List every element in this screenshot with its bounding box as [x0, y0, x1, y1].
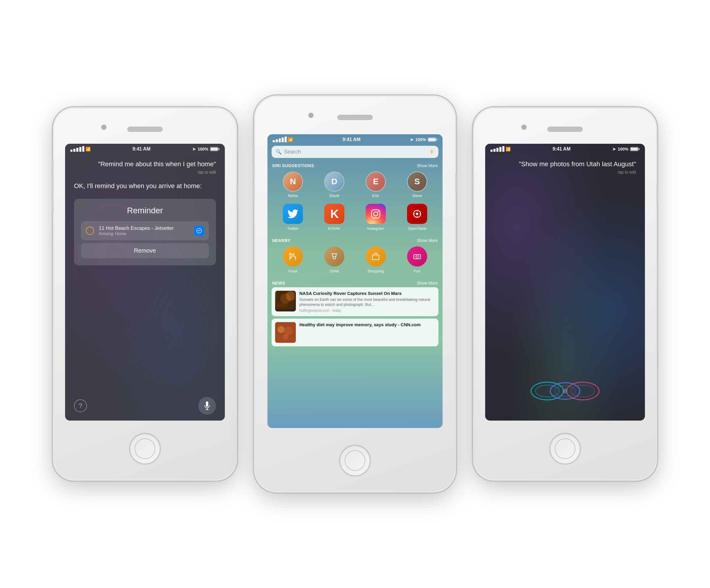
siri-wave-svg: [521, 379, 609, 403]
svg-point-8: [416, 213, 418, 215]
contact-nisha[interactable]: N Nisha: [283, 172, 303, 198]
iphone-left-inner: 📶 9:41 AM ➤ 100%: [54, 108, 236, 480]
sig2: [73, 149, 75, 152]
app-kayak[interactable]: K KAYAK: [324, 204, 344, 231]
silent-switch-left: [52, 158, 53, 170]
iphone-left: 📶 9:41 AM ➤ 100%: [53, 108, 237, 480]
battery-tip-center: [436, 139, 437, 141]
signal-dots-center: [273, 137, 287, 142]
location-icon-center: ➤: [410, 137, 413, 142]
news-title-2: Healthy diet may improve memory, says st…: [300, 322, 435, 327]
svg-rect-14: [373, 255, 379, 260]
siri-mic-icon[interactable]: [198, 397, 216, 415]
news-body-1: Sunsets on Earth can be some of the most…: [300, 297, 435, 307]
nearby-label-food: Food: [288, 269, 297, 273]
battery-body-right: [630, 147, 638, 151]
home-button-inner-right: [555, 438, 575, 459]
nearby-shopping[interactable]: Shopping: [366, 246, 386, 273]
home-button-inner-left: [135, 438, 155, 459]
search-bar[interactable]: 🔍 Search 🎙: [271, 146, 439, 158]
nearby-header: NEARBY Show More: [267, 235, 443, 245]
siri-reminder-screen: 📶 9:41 AM ➤ 100%: [65, 144, 225, 421]
app-opentable[interactable]: OpenTable: [407, 204, 427, 231]
phones-container: 📶 9:41 AM ➤ 100%: [30, 28, 680, 560]
app-label-instagram: Instagram: [367, 226, 384, 231]
reminder-card: Reminder 11 Hot Beach Escapes - Jetsette…: [74, 199, 216, 265]
battery-tip-left: [219, 148, 219, 150]
siri-question-icon[interactable]: ?: [74, 399, 87, 412]
sig5c: [285, 137, 287, 142]
nearby-food[interactable]: Food: [283, 246, 303, 273]
app-instagram[interactable]: Instagram: [366, 204, 386, 231]
photos-tap-edit: tap to edit: [494, 170, 636, 174]
reminder-title: Reminder: [81, 206, 209, 215]
app-icon-twitter: [283, 204, 303, 224]
svg-point-29: [536, 385, 559, 397]
nearby-drink[interactable]: Drink: [324, 246, 344, 273]
reminder-item[interactable]: 11 Hot Beach Escapes - Jetsetter Arrivin…: [81, 221, 209, 240]
app-twitter[interactable]: Twitter: [283, 204, 303, 231]
reminder-app-icon: [194, 226, 204, 236]
nearby-icon-drink: [324, 246, 344, 267]
home-button-center[interactable]: [340, 446, 370, 475]
siri-suggestions-label: SIRI SUGGESTIONS: [272, 163, 314, 168]
power-btn-left: [236, 185, 238, 206]
battery-body-left: [210, 147, 218, 151]
status-left-right: 📶: [491, 146, 511, 152]
sig4c: [282, 138, 284, 142]
app-icon-instagram: [366, 204, 386, 224]
screen-right: 📶 9:41 AM ➤ 100%: [485, 144, 645, 421]
nearby-show-more[interactable]: Show More: [417, 238, 438, 243]
sig5: [82, 146, 84, 152]
silent-switch-right: [472, 158, 474, 170]
svg-point-19: [419, 256, 420, 257]
power-btn-center: [455, 173, 457, 194]
news-item-2[interactable]: Healthy diet may improve memory, says st…: [271, 319, 439, 346]
iphone-center-inner: 📶 9:41 AM ➤ 100%: [255, 96, 455, 492]
news-thumb-2: [275, 322, 296, 343]
status-left-left: 📶: [70, 146, 91, 152]
contact-david[interactable]: D David: [324, 172, 344, 198]
time-right: 9:41 AM: [552, 146, 571, 152]
nearby-row: Food Drink: [267, 245, 443, 277]
home-button-left[interactable]: [130, 434, 160, 464]
search-placeholder: Search: [284, 149, 427, 155]
sig4: [79, 147, 81, 152]
siri-suggestions-show-more[interactable]: Show More: [417, 163, 438, 168]
siri-wave-container: [485, 379, 645, 403]
siri-tap-edit-left: tap to edit: [74, 170, 216, 174]
sig2r: [494, 149, 496, 152]
battery-text-left: 100%: [197, 147, 208, 151]
home-button-right[interactable]: [550, 434, 580, 464]
volume-down-left: [52, 196, 53, 213]
remove-button[interactable]: Remove: [81, 243, 209, 258]
contact-steve[interactable]: S Steve: [407, 172, 427, 198]
search-icon: 🔍: [276, 149, 282, 155]
status-left-center: 📶: [273, 137, 293, 142]
signal-dots-left: [70, 146, 84, 152]
svg-point-6: [378, 211, 379, 212]
avatar-img-erin: E: [366, 172, 385, 191]
sig4r: [499, 147, 501, 152]
sig3c: [279, 139, 281, 142]
volume-up-center: [253, 162, 255, 179]
app-label-kayak: KAYAK: [328, 226, 340, 231]
status-bar-left: 📶 9:41 AM ➤ 100%: [65, 144, 225, 154]
battery-text-right: 100%: [618, 147, 628, 151]
nearby-fun[interactable]: Fun: [407, 246, 427, 273]
status-bar-center: 📶 9:41 AM ➤ 100%: [267, 134, 443, 143]
nearby-label: NEARBY: [272, 238, 290, 243]
volume-down-center: [253, 184, 255, 201]
nearby-icon-fun: [407, 246, 427, 267]
news-item-1[interactable]: NASA Curiosity Rover Captures Sunset On …: [271, 287, 439, 316]
status-right-center: ➤ 100%: [410, 137, 437, 142]
sig5r: [502, 146, 504, 152]
news-source-1: huffingtonpost.com · today: [300, 309, 435, 313]
app-label-twitter: Twitter: [287, 226, 299, 231]
speaker-bar-center: [337, 115, 373, 120]
reminder-text: 11 Hot Beach Escapes - Jetsetter Arrivin…: [99, 225, 189, 236]
contact-erin[interactable]: E Erin: [366, 172, 386, 198]
news-show-more[interactable]: Show More: [417, 281, 438, 286]
battery-fill-right: [631, 148, 638, 151]
svg-rect-1: [206, 401, 208, 407]
